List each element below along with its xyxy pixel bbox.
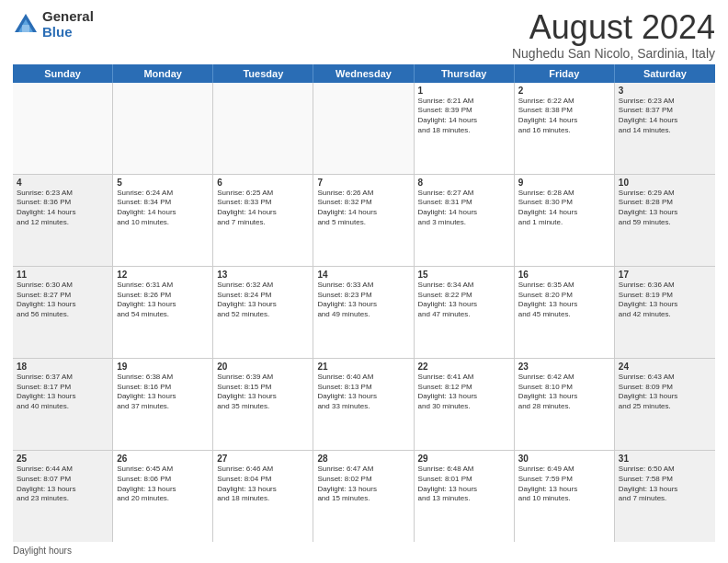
- day-info-11: Sunrise: 6:30 AM Sunset: 8:27 PM Dayligh…: [17, 281, 108, 320]
- day-cell-10: 10Sunrise: 6:29 AM Sunset: 8:28 PM Dayli…: [615, 175, 715, 266]
- day-info-26: Sunrise: 6:45 AM Sunset: 8:06 PM Dayligh…: [117, 465, 209, 504]
- day-cell-31: 31Sunrise: 6:50 AM Sunset: 7:58 PM Dayli…: [615, 451, 715, 542]
- day-info-15: Sunrise: 6:34 AM Sunset: 8:22 PM Dayligh…: [418, 281, 510, 320]
- day-number-14: 14: [317, 270, 409, 280]
- logo: General Blue: [13, 9, 94, 40]
- day-cell-18: 18Sunrise: 6:37 AM Sunset: 8:17 PM Dayli…: [13, 359, 113, 450]
- day-cell-19: 19Sunrise: 6:38 AM Sunset: 8:16 PM Dayli…: [113, 359, 213, 450]
- day-info-9: Sunrise: 6:28 AM Sunset: 8:30 PM Dayligh…: [518, 189, 610, 228]
- day-number-2: 2: [518, 86, 610, 96]
- day-cell-22: 22Sunrise: 6:41 AM Sunset: 8:12 PM Dayli…: [415, 359, 515, 450]
- day-info-30: Sunrise: 6:49 AM Sunset: 7:59 PM Dayligh…: [518, 465, 610, 504]
- header-sunday: Sunday: [13, 64, 113, 83]
- day-info-18: Sunrise: 6:37 AM Sunset: 8:17 PM Dayligh…: [17, 373, 108, 412]
- day-cell-3: 3Sunrise: 6:23 AM Sunset: 8:37 PM Daylig…: [615, 83, 715, 174]
- day-cell-29: 29Sunrise: 6:48 AM Sunset: 8:01 PM Dayli…: [415, 451, 515, 542]
- calendar-week-2: 4Sunrise: 6:23 AM Sunset: 8:36 PM Daylig…: [13, 175, 715, 267]
- svg-rect-2: [22, 25, 29, 32]
- title-block: August 2024 Nughedu San Nicolo, Sardinia…: [512, 9, 715, 61]
- day-number-31: 31: [619, 454, 711, 464]
- day-cell-26: 26Sunrise: 6:45 AM Sunset: 8:06 PM Dayli…: [113, 451, 213, 542]
- day-number-6: 6: [217, 178, 309, 188]
- day-cell-1: 1Sunrise: 6:21 AM Sunset: 8:39 PM Daylig…: [415, 83, 515, 174]
- header-tuesday: Tuesday: [213, 64, 313, 83]
- page: General Blue August 2024 Nughedu San Nic…: [0, 0, 728, 563]
- empty-cell-0-0: [13, 83, 113, 174]
- calendar: Sunday Monday Tuesday Wednesday Thursday…: [13, 64, 715, 542]
- day-cell-13: 13Sunrise: 6:32 AM Sunset: 8:24 PM Dayli…: [213, 267, 313, 358]
- footer: Daylight hours: [13, 546, 715, 556]
- day-info-24: Sunrise: 6:43 AM Sunset: 8:09 PM Dayligh…: [619, 373, 711, 412]
- day-cell-28: 28Sunrise: 6:47 AM Sunset: 8:02 PM Dayli…: [313, 451, 414, 542]
- day-number-7: 7: [317, 178, 409, 188]
- day-number-1: 1: [418, 86, 510, 96]
- day-number-11: 11: [17, 270, 108, 280]
- day-cell-5: 5Sunrise: 6:24 AM Sunset: 8:34 PM Daylig…: [113, 175, 213, 266]
- day-cell-15: 15Sunrise: 6:34 AM Sunset: 8:22 PM Dayli…: [415, 267, 515, 358]
- day-info-17: Sunrise: 6:36 AM Sunset: 8:19 PM Dayligh…: [619, 281, 711, 320]
- location: Nughedu San Nicolo, Sardinia, Italy: [512, 46, 715, 61]
- day-info-7: Sunrise: 6:26 AM Sunset: 8:32 PM Dayligh…: [317, 189, 409, 228]
- calendar-week-1: 1Sunrise: 6:21 AM Sunset: 8:39 PM Daylig…: [13, 83, 715, 175]
- month-title: August 2024: [512, 9, 715, 46]
- day-number-30: 30: [518, 454, 610, 464]
- empty-cell-0-2: [213, 83, 313, 174]
- day-info-19: Sunrise: 6:38 AM Sunset: 8:16 PM Dayligh…: [117, 373, 209, 412]
- day-cell-17: 17Sunrise: 6:36 AM Sunset: 8:19 PM Dayli…: [615, 267, 715, 358]
- day-info-4: Sunrise: 6:23 AM Sunset: 8:36 PM Dayligh…: [17, 189, 108, 228]
- day-info-27: Sunrise: 6:46 AM Sunset: 8:04 PM Dayligh…: [217, 465, 309, 504]
- day-cell-2: 2Sunrise: 6:22 AM Sunset: 8:38 PM Daylig…: [515, 83, 615, 174]
- day-number-28: 28: [317, 454, 409, 464]
- day-cell-4: 4Sunrise: 6:23 AM Sunset: 8:36 PM Daylig…: [13, 175, 113, 266]
- day-cell-14: 14Sunrise: 6:33 AM Sunset: 8:23 PM Dayli…: [313, 267, 414, 358]
- day-info-5: Sunrise: 6:24 AM Sunset: 8:34 PM Dayligh…: [117, 189, 209, 228]
- day-info-8: Sunrise: 6:27 AM Sunset: 8:31 PM Dayligh…: [418, 189, 510, 228]
- day-number-8: 8: [418, 178, 510, 188]
- day-info-31: Sunrise: 6:50 AM Sunset: 7:58 PM Dayligh…: [619, 465, 711, 504]
- day-number-25: 25: [17, 454, 108, 464]
- day-number-17: 17: [619, 270, 711, 280]
- day-info-28: Sunrise: 6:47 AM Sunset: 8:02 PM Dayligh…: [317, 465, 409, 504]
- header-wednesday: Wednesday: [313, 64, 414, 83]
- day-cell-30: 30Sunrise: 6:49 AM Sunset: 7:59 PM Dayli…: [515, 451, 615, 542]
- day-info-14: Sunrise: 6:33 AM Sunset: 8:23 PM Dayligh…: [317, 281, 409, 320]
- day-info-2: Sunrise: 6:22 AM Sunset: 8:38 PM Dayligh…: [518, 97, 610, 136]
- logo-general: General: [42, 9, 94, 25]
- day-number-21: 21: [317, 362, 409, 372]
- day-cell-24: 24Sunrise: 6:43 AM Sunset: 8:09 PM Dayli…: [615, 359, 715, 450]
- day-number-3: 3: [619, 86, 711, 96]
- day-number-18: 18: [17, 362, 108, 372]
- day-number-20: 20: [217, 362, 309, 372]
- header-monday: Monday: [113, 64, 213, 83]
- day-cell-27: 27Sunrise: 6:46 AM Sunset: 8:04 PM Dayli…: [213, 451, 313, 542]
- day-info-20: Sunrise: 6:39 AM Sunset: 8:15 PM Dayligh…: [217, 373, 309, 412]
- empty-cell-0-1: [113, 83, 213, 174]
- day-number-5: 5: [117, 178, 209, 188]
- day-number-29: 29: [418, 454, 510, 464]
- day-info-13: Sunrise: 6:32 AM Sunset: 8:24 PM Dayligh…: [217, 281, 309, 320]
- day-info-6: Sunrise: 6:25 AM Sunset: 8:33 PM Dayligh…: [217, 189, 309, 228]
- day-number-13: 13: [217, 270, 309, 280]
- day-number-9: 9: [518, 178, 610, 188]
- day-number-10: 10: [619, 178, 711, 188]
- day-cell-16: 16Sunrise: 6:35 AM Sunset: 8:20 PM Dayli…: [515, 267, 615, 358]
- calendar-body: 1Sunrise: 6:21 AM Sunset: 8:39 PM Daylig…: [13, 83, 715, 542]
- day-info-3: Sunrise: 6:23 AM Sunset: 8:37 PM Dayligh…: [619, 97, 711, 136]
- day-number-12: 12: [117, 270, 209, 280]
- day-cell-21: 21Sunrise: 6:40 AM Sunset: 8:13 PM Dayli…: [313, 359, 414, 450]
- header-saturday: Saturday: [615, 64, 715, 83]
- day-number-16: 16: [518, 270, 610, 280]
- logo-blue: Blue: [42, 25, 94, 40]
- calendar-header: Sunday Monday Tuesday Wednesday Thursday…: [13, 64, 715, 83]
- day-cell-11: 11Sunrise: 6:30 AM Sunset: 8:27 PM Dayli…: [13, 267, 113, 358]
- day-cell-25: 25Sunrise: 6:44 AM Sunset: 8:07 PM Dayli…: [13, 451, 113, 542]
- day-number-15: 15: [418, 270, 510, 280]
- day-cell-6: 6Sunrise: 6:25 AM Sunset: 8:33 PM Daylig…: [213, 175, 313, 266]
- day-number-27: 27: [217, 454, 309, 464]
- day-info-23: Sunrise: 6:42 AM Sunset: 8:10 PM Dayligh…: [518, 373, 610, 412]
- day-cell-20: 20Sunrise: 6:39 AM Sunset: 8:15 PM Dayli…: [213, 359, 313, 450]
- day-info-1: Sunrise: 6:21 AM Sunset: 8:39 PM Dayligh…: [418, 97, 510, 136]
- day-cell-8: 8Sunrise: 6:27 AM Sunset: 8:31 PM Daylig…: [415, 175, 515, 266]
- day-info-25: Sunrise: 6:44 AM Sunset: 8:07 PM Dayligh…: [17, 465, 108, 504]
- empty-cell-0-3: [313, 83, 414, 174]
